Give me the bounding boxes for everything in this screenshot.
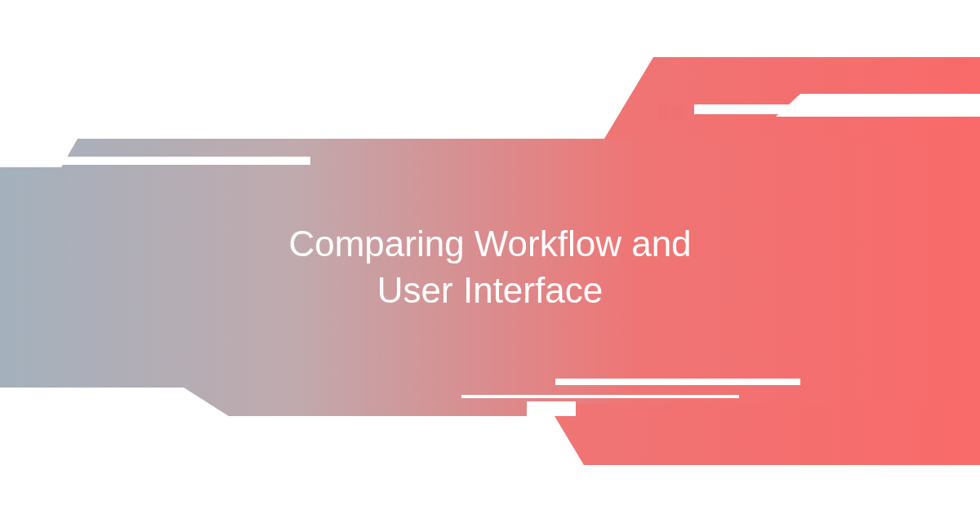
decorative-shape-bottom-right <box>547 404 980 465</box>
decorative-bar <box>0 157 310 165</box>
banner: Comparing Workflow and User Interface <box>0 0 980 514</box>
title-line-1: Comparing Workflow and <box>288 224 691 264</box>
decorative-bar <box>555 379 800 385</box>
decorative-dash <box>658 106 668 119</box>
decorative-accent <box>694 104 800 114</box>
decorative-cut <box>776 94 980 117</box>
title-line-2: User Interface <box>377 270 603 310</box>
decorative-cut <box>527 401 576 416</box>
banner-title: Comparing Workflow and User Interface <box>0 220 980 313</box>
decorative-bar <box>461 395 739 398</box>
decorative-dash <box>672 106 682 119</box>
